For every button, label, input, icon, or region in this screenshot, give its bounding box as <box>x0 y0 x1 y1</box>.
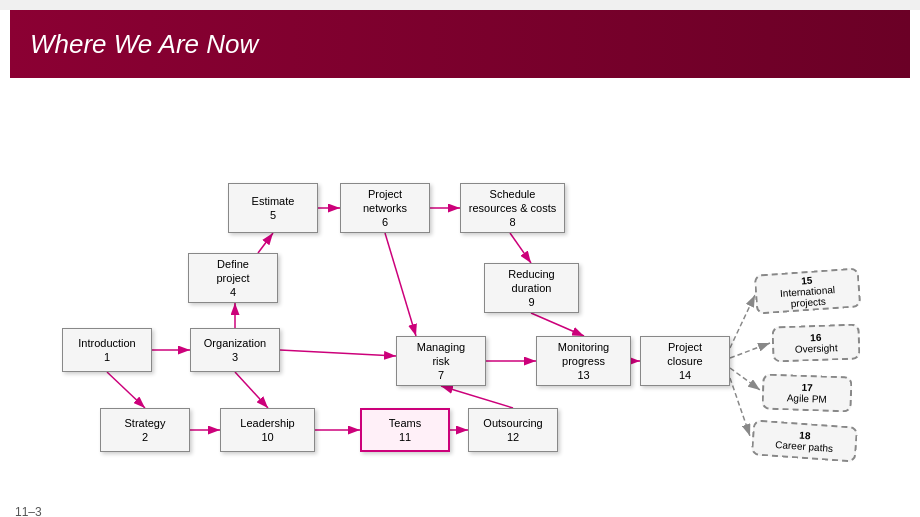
node-define-project[interactable]: Define project 4 <box>188 253 278 303</box>
svg-line-16 <box>235 372 268 408</box>
node-monitoring-progress[interactable]: Monitoring progress 13 <box>536 336 631 386</box>
node-project-networks[interactable]: Project networks 6 <box>340 183 430 233</box>
svg-line-12 <box>280 350 396 356</box>
note-agile-pm[interactable]: 17 Agile PM <box>761 373 852 412</box>
node-strategy[interactable]: Strategy 2 <box>100 408 190 452</box>
note-international-projects[interactable]: 15 International projects <box>754 267 862 314</box>
node-teams[interactable]: Teams 11 <box>360 408 450 452</box>
node-project-closure[interactable]: Project closure 14 <box>640 336 730 386</box>
footer-page-number: 11–3 <box>15 505 42 517</box>
node-leadership[interactable]: Leadership 10 <box>220 408 315 452</box>
node-organization[interactable]: Organization 3 <box>190 328 280 372</box>
svg-line-10 <box>531 313 584 336</box>
svg-line-19 <box>730 295 755 348</box>
node-estimate[interactable]: Estimate 5 <box>228 183 318 233</box>
svg-line-21 <box>730 368 760 390</box>
node-introduction[interactable]: Introduction 1 <box>62 328 152 372</box>
node-managing-risk[interactable]: Managing risk 7 <box>396 336 486 386</box>
slide: Where We Are Now <box>0 10 920 517</box>
diagram-area: Introduction 1 Strategy 2 Organization 3… <box>10 88 910 497</box>
svg-line-8 <box>510 233 531 263</box>
svg-line-15 <box>441 386 513 408</box>
node-reducing-duration[interactable]: Reducing duration 9 <box>484 263 579 313</box>
svg-line-5 <box>258 233 273 253</box>
header-title: Where We Are Now <box>30 29 258 60</box>
node-outsourcing[interactable]: Outsourcing 12 <box>468 408 558 452</box>
svg-line-18 <box>385 233 416 336</box>
svg-line-22 <box>730 378 750 436</box>
node-schedule-resources[interactable]: Schedule resources & costs 8 <box>460 183 565 233</box>
svg-line-20 <box>730 343 770 358</box>
note-career-paths[interactable]: 18 Career paths <box>751 419 858 462</box>
svg-line-2 <box>107 372 145 408</box>
note-oversight[interactable]: 16 Oversight <box>771 323 860 362</box>
header: Where We Are Now <box>10 10 910 78</box>
